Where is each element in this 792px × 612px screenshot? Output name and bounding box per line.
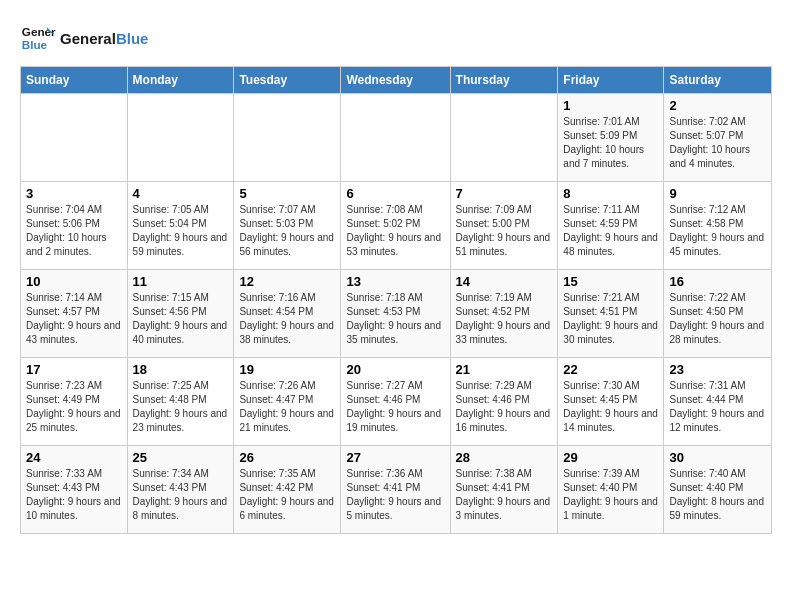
day-number: 11 — [133, 274, 229, 289]
logo: General Blue GeneralBlue — [20, 20, 148, 56]
logo-icon: General Blue — [20, 20, 56, 56]
svg-text:Blue: Blue — [22, 38, 48, 51]
calendar-week-row: 1Sunrise: 7:01 AM Sunset: 5:09 PM Daylig… — [21, 94, 772, 182]
weekday-header: Tuesday — [234, 67, 341, 94]
day-info: Sunrise: 7:02 AM Sunset: 5:07 PM Dayligh… — [669, 115, 766, 171]
calendar-cell: 3Sunrise: 7:04 AM Sunset: 5:06 PM Daylig… — [21, 182, 128, 270]
day-number: 23 — [669, 362, 766, 377]
day-number: 18 — [133, 362, 229, 377]
day-info: Sunrise: 7:14 AM Sunset: 4:57 PM Dayligh… — [26, 291, 122, 347]
weekday-header: Thursday — [450, 67, 558, 94]
day-info: Sunrise: 7:35 AM Sunset: 4:42 PM Dayligh… — [239, 467, 335, 523]
day-number: 14 — [456, 274, 553, 289]
calendar-cell: 18Sunrise: 7:25 AM Sunset: 4:48 PM Dayli… — [127, 358, 234, 446]
day-number: 6 — [346, 186, 444, 201]
day-number: 28 — [456, 450, 553, 465]
calendar-cell: 9Sunrise: 7:12 AM Sunset: 4:58 PM Daylig… — [664, 182, 772, 270]
day-info: Sunrise: 7:30 AM Sunset: 4:45 PM Dayligh… — [563, 379, 658, 435]
calendar-cell: 30Sunrise: 7:40 AM Sunset: 4:40 PM Dayli… — [664, 446, 772, 534]
weekday-header: Wednesday — [341, 67, 450, 94]
day-info: Sunrise: 7:36 AM Sunset: 4:41 PM Dayligh… — [346, 467, 444, 523]
weekday-header: Saturday — [664, 67, 772, 94]
calendar-cell — [234, 94, 341, 182]
weekday-header: Monday — [127, 67, 234, 94]
calendar-cell: 6Sunrise: 7:08 AM Sunset: 5:02 PM Daylig… — [341, 182, 450, 270]
day-number: 21 — [456, 362, 553, 377]
day-number: 9 — [669, 186, 766, 201]
calendar-cell: 23Sunrise: 7:31 AM Sunset: 4:44 PM Dayli… — [664, 358, 772, 446]
calendar-cell: 8Sunrise: 7:11 AM Sunset: 4:59 PM Daylig… — [558, 182, 664, 270]
calendar-table: SundayMondayTuesdayWednesdayThursdayFrid… — [20, 66, 772, 534]
calendar-cell — [127, 94, 234, 182]
calendar-cell: 10Sunrise: 7:14 AM Sunset: 4:57 PM Dayli… — [21, 270, 128, 358]
day-number: 1 — [563, 98, 658, 113]
calendar-cell: 19Sunrise: 7:26 AM Sunset: 4:47 PM Dayli… — [234, 358, 341, 446]
day-info: Sunrise: 7:26 AM Sunset: 4:47 PM Dayligh… — [239, 379, 335, 435]
day-number: 27 — [346, 450, 444, 465]
calendar-cell: 13Sunrise: 7:18 AM Sunset: 4:53 PM Dayli… — [341, 270, 450, 358]
calendar-cell: 12Sunrise: 7:16 AM Sunset: 4:54 PM Dayli… — [234, 270, 341, 358]
calendar-cell: 7Sunrise: 7:09 AM Sunset: 5:00 PM Daylig… — [450, 182, 558, 270]
calendar-week-row: 10Sunrise: 7:14 AM Sunset: 4:57 PM Dayli… — [21, 270, 772, 358]
calendar-week-row: 24Sunrise: 7:33 AM Sunset: 4:43 PM Dayli… — [21, 446, 772, 534]
day-info: Sunrise: 7:21 AM Sunset: 4:51 PM Dayligh… — [563, 291, 658, 347]
calendar-cell: 26Sunrise: 7:35 AM Sunset: 4:42 PM Dayli… — [234, 446, 341, 534]
day-info: Sunrise: 7:31 AM Sunset: 4:44 PM Dayligh… — [669, 379, 766, 435]
day-info: Sunrise: 7:07 AM Sunset: 5:03 PM Dayligh… — [239, 203, 335, 259]
day-info: Sunrise: 7:18 AM Sunset: 4:53 PM Dayligh… — [346, 291, 444, 347]
day-info: Sunrise: 7:16 AM Sunset: 4:54 PM Dayligh… — [239, 291, 335, 347]
calendar-cell: 2Sunrise: 7:02 AM Sunset: 5:07 PM Daylig… — [664, 94, 772, 182]
calendar-cell: 4Sunrise: 7:05 AM Sunset: 5:04 PM Daylig… — [127, 182, 234, 270]
day-info: Sunrise: 7:33 AM Sunset: 4:43 PM Dayligh… — [26, 467, 122, 523]
day-number: 15 — [563, 274, 658, 289]
day-number: 17 — [26, 362, 122, 377]
calendar-cell: 29Sunrise: 7:39 AM Sunset: 4:40 PM Dayli… — [558, 446, 664, 534]
calendar-cell: 20Sunrise: 7:27 AM Sunset: 4:46 PM Dayli… — [341, 358, 450, 446]
day-number: 3 — [26, 186, 122, 201]
calendar-cell: 22Sunrise: 7:30 AM Sunset: 4:45 PM Dayli… — [558, 358, 664, 446]
calendar-cell: 11Sunrise: 7:15 AM Sunset: 4:56 PM Dayli… — [127, 270, 234, 358]
day-number: 24 — [26, 450, 122, 465]
day-info: Sunrise: 7:01 AM Sunset: 5:09 PM Dayligh… — [563, 115, 658, 171]
day-info: Sunrise: 7:29 AM Sunset: 4:46 PM Dayligh… — [456, 379, 553, 435]
calendar-cell: 27Sunrise: 7:36 AM Sunset: 4:41 PM Dayli… — [341, 446, 450, 534]
day-number: 26 — [239, 450, 335, 465]
day-info: Sunrise: 7:22 AM Sunset: 4:50 PM Dayligh… — [669, 291, 766, 347]
day-number: 19 — [239, 362, 335, 377]
calendar-cell: 24Sunrise: 7:33 AM Sunset: 4:43 PM Dayli… — [21, 446, 128, 534]
calendar-cell: 25Sunrise: 7:34 AM Sunset: 4:43 PM Dayli… — [127, 446, 234, 534]
day-number: 30 — [669, 450, 766, 465]
calendar-body: 1Sunrise: 7:01 AM Sunset: 5:09 PM Daylig… — [21, 94, 772, 534]
calendar-cell: 17Sunrise: 7:23 AM Sunset: 4:49 PM Dayli… — [21, 358, 128, 446]
day-info: Sunrise: 7:11 AM Sunset: 4:59 PM Dayligh… — [563, 203, 658, 259]
day-number: 22 — [563, 362, 658, 377]
day-info: Sunrise: 7:12 AM Sunset: 4:58 PM Dayligh… — [669, 203, 766, 259]
day-info: Sunrise: 7:15 AM Sunset: 4:56 PM Dayligh… — [133, 291, 229, 347]
day-number: 4 — [133, 186, 229, 201]
day-number: 5 — [239, 186, 335, 201]
day-number: 29 — [563, 450, 658, 465]
day-number: 8 — [563, 186, 658, 201]
day-info: Sunrise: 7:40 AM Sunset: 4:40 PM Dayligh… — [669, 467, 766, 523]
calendar-cell: 15Sunrise: 7:21 AM Sunset: 4:51 PM Dayli… — [558, 270, 664, 358]
calendar-header-row: SundayMondayTuesdayWednesdayThursdayFrid… — [21, 67, 772, 94]
weekday-header: Friday — [558, 67, 664, 94]
calendar-cell: 16Sunrise: 7:22 AM Sunset: 4:50 PM Dayli… — [664, 270, 772, 358]
day-info: Sunrise: 7:09 AM Sunset: 5:00 PM Dayligh… — [456, 203, 553, 259]
day-info: Sunrise: 7:27 AM Sunset: 4:46 PM Dayligh… — [346, 379, 444, 435]
day-info: Sunrise: 7:34 AM Sunset: 4:43 PM Dayligh… — [133, 467, 229, 523]
calendar-week-row: 3Sunrise: 7:04 AM Sunset: 5:06 PM Daylig… — [21, 182, 772, 270]
day-info: Sunrise: 7:23 AM Sunset: 4:49 PM Dayligh… — [26, 379, 122, 435]
day-number: 25 — [133, 450, 229, 465]
day-info: Sunrise: 7:38 AM Sunset: 4:41 PM Dayligh… — [456, 467, 553, 523]
header: General Blue GeneralBlue — [20, 20, 772, 56]
calendar-cell — [21, 94, 128, 182]
logo-text: GeneralBlue — [60, 30, 148, 47]
day-info: Sunrise: 7:19 AM Sunset: 4:52 PM Dayligh… — [456, 291, 553, 347]
calendar-cell — [341, 94, 450, 182]
day-number: 13 — [346, 274, 444, 289]
day-number: 12 — [239, 274, 335, 289]
calendar-cell: 14Sunrise: 7:19 AM Sunset: 4:52 PM Dayli… — [450, 270, 558, 358]
weekday-header: Sunday — [21, 67, 128, 94]
calendar-cell: 21Sunrise: 7:29 AM Sunset: 4:46 PM Dayli… — [450, 358, 558, 446]
